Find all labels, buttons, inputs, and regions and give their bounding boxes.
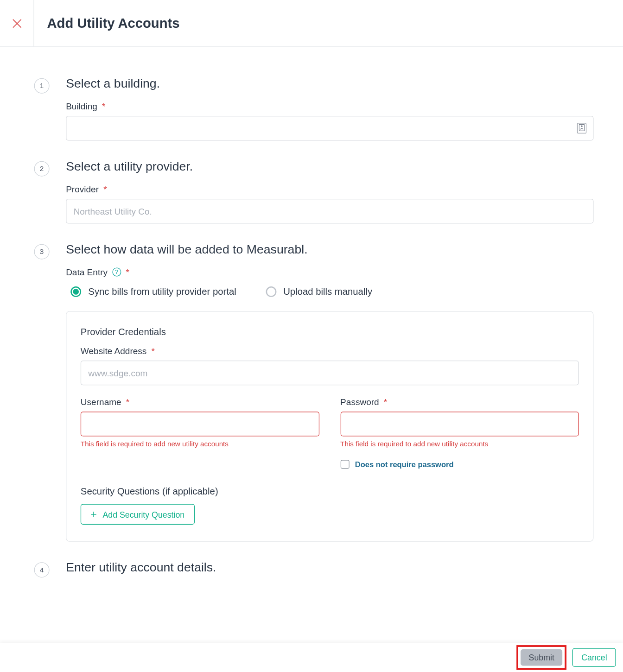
username-error: This field is required to add new utilit… xyxy=(81,440,319,448)
radio-unchecked-icon xyxy=(266,286,276,297)
radio-sync-bills[interactable]: Sync bills from utility provider portal xyxy=(70,286,236,297)
help-icon[interactable]: ? xyxy=(112,267,121,276)
modal-header: Add Utility Accounts xyxy=(0,0,623,47)
add-security-question-button[interactable]: + Add Security Question xyxy=(81,504,195,525)
form-content: 1 Select a building. Building * xyxy=(0,47,623,625)
username-label: Username * xyxy=(81,397,319,407)
provider-input[interactable] xyxy=(66,199,593,223)
svg-rect-0 xyxy=(579,124,584,131)
step-2: 2 Select a utility provider. Provider * xyxy=(34,159,594,223)
checkbox-icon xyxy=(340,460,349,469)
svg-point-1 xyxy=(581,126,582,127)
step-number: 3 xyxy=(34,244,50,260)
building-label: Building * xyxy=(66,101,593,111)
step-1: 1 Select a building. Building * xyxy=(34,76,594,140)
building-input[interactable] xyxy=(66,116,593,140)
password-label: Password * xyxy=(340,397,579,407)
credentials-title: Provider Credentials xyxy=(81,327,579,338)
website-input[interactable] xyxy=(81,361,579,385)
password-input[interactable] xyxy=(340,412,579,436)
step-title: Select how data will be added to Measura… xyxy=(66,242,593,256)
step-title: Enter utility account details. xyxy=(66,560,593,574)
step-title: Select a utility provider. xyxy=(66,159,593,173)
no-password-checkbox[interactable]: Does not require password xyxy=(340,460,579,469)
plus-icon: + xyxy=(90,508,96,520)
page-title: Add Utility Accounts xyxy=(47,15,180,31)
modal-footer: Submit Cancel xyxy=(0,643,623,672)
form-scroll[interactable]: 1 Select a building. Building * xyxy=(0,47,623,642)
radio-checked-icon xyxy=(70,286,81,297)
close-button[interactable] xyxy=(0,0,34,46)
password-error: This field is required to add new utilit… xyxy=(340,440,579,448)
security-questions-label: Security Questions (if applicable) xyxy=(81,486,579,497)
provider-credentials-box: Provider Credentials Website Address * U… xyxy=(66,311,593,541)
step-title: Select a building. xyxy=(66,76,593,90)
close-icon xyxy=(11,17,22,29)
building-picker-icon[interactable] xyxy=(577,123,586,133)
step-4: 4 Enter utility account details. xyxy=(34,560,594,577)
cancel-button[interactable]: Cancel xyxy=(572,648,616,667)
step-number: 4 xyxy=(34,562,50,577)
submit-highlight: Submit xyxy=(516,645,567,670)
username-input[interactable] xyxy=(81,412,319,436)
data-entry-label: Data Entry ? * xyxy=(66,267,593,277)
provider-label: Provider * xyxy=(66,184,593,194)
website-label: Website Address * xyxy=(81,346,579,356)
radio-upload-manual[interactable]: Upload bills manually xyxy=(266,286,372,297)
step-number: 2 xyxy=(34,161,50,177)
step-number: 1 xyxy=(34,78,50,94)
step-3: 3 Select how data will be added to Measu… xyxy=(34,242,594,542)
submit-button[interactable]: Submit xyxy=(521,649,563,666)
